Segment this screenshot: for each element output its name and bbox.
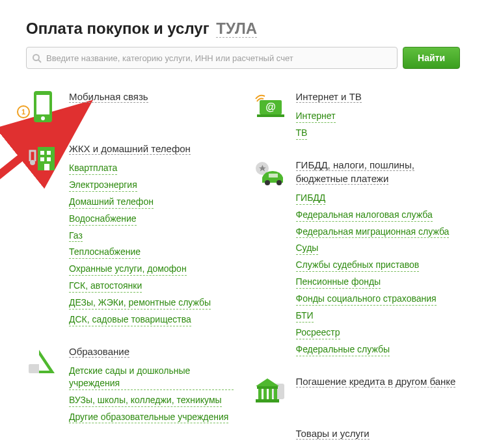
svg-rect-30 (274, 389, 277, 399)
svg-rect-8 (40, 151, 44, 155)
svg-rect-11 (47, 157, 51, 161)
category-title[interactable]: Образование (69, 346, 129, 358)
svg-point-6 (41, 116, 45, 120)
bank-icon (253, 375, 287, 408)
page-title: Оплата покупок и услуг ТУЛА (26, 20, 460, 38)
svg-rect-27 (258, 389, 262, 399)
car-icon (253, 158, 287, 192)
category-credit: Погашение кредита в другом банке (253, 375, 461, 408)
search-input[interactable] (46, 53, 392, 63)
building-icon (26, 142, 60, 176)
svg-line-3 (38, 60, 41, 62)
category-title[interactable]: ГИБДД, налоги, пошлины, бюджетные платеж… (296, 159, 414, 185)
category-link[interactable]: Другие образовательные учреждения (69, 411, 228, 424)
category-link[interactable]: Интернет (296, 110, 336, 123)
category-utilities: ЖКХ и домашний телефон Квартплата Электр… (26, 142, 234, 326)
category-goods: Товары и услуги (253, 427, 461, 448)
cart-icon (253, 427, 287, 448)
svg-rect-12 (44, 164, 49, 170)
category-link[interactable]: ГИБДД (296, 192, 326, 205)
category-link[interactable]: ВУЗы, школы, колледжи, техникумы (69, 394, 222, 407)
category-link[interactable]: ДЕЗы, ЖЭКи, ремонтные службы (69, 296, 211, 310)
category-link[interactable]: Водоснабжение (69, 213, 137, 226)
svg-marker-25 (256, 378, 279, 386)
category-link[interactable]: Федеральная налоговая служба (296, 209, 433, 222)
category-link[interactable]: Пенсионные фонды (296, 276, 381, 289)
svg-text:@: @ (265, 101, 276, 112)
category-title[interactable]: Погашение кредита в другом банке (296, 376, 456, 388)
category-link[interactable]: ГСК, автостоянки (69, 280, 142, 293)
right-column: @ Интернет и ТВ Интернет ТВ (253, 90, 461, 448)
svg-point-13 (30, 160, 35, 165)
svg-rect-10 (40, 157, 44, 161)
category-link[interactable]: ТВ (296, 127, 308, 140)
ruler-icon (26, 345, 60, 378)
category-link[interactable]: Росреестр (296, 326, 340, 339)
step-badge: 1 (17, 105, 30, 118)
category-mobile: 1 Мобильная связь (26, 90, 234, 124)
category-link[interactable]: Охранные услуги, домофон (69, 263, 187, 276)
category-link[interactable]: Федеральные службы (296, 343, 390, 356)
category-link[interactable]: Теплоснабжение (69, 246, 141, 259)
category-title[interactable]: Товары и услуги (296, 428, 370, 440)
category-link[interactable]: Квартплата (69, 162, 117, 175)
category-link[interactable]: Службы судебных приставов (296, 259, 420, 272)
category-title[interactable]: Интернет и ТВ (296, 91, 362, 103)
category-title[interactable]: Мобильная связь (69, 91, 148, 103)
category-link[interactable]: Домашний телефон (69, 196, 154, 209)
phone-icon (26, 90, 60, 124)
category-link[interactable]: Федеральная миграционная служба (296, 226, 450, 239)
category-link[interactable]: Электроэнергия (69, 179, 137, 192)
search-row: Найти (26, 47, 460, 69)
category-link[interactable]: БТИ (296, 310, 314, 323)
svg-rect-28 (263, 389, 267, 399)
category-internet: @ Интернет и ТВ Интернет ТВ (253, 90, 461, 140)
svg-point-22 (277, 180, 282, 185)
svg-rect-5 (36, 95, 49, 114)
internet-icon: @ (253, 90, 287, 124)
search-wrapper (26, 47, 398, 69)
category-taxes: ГИБДД, налоги, пошлины, бюджетные платеж… (253, 158, 461, 356)
svg-rect-18 (257, 114, 284, 117)
svg-rect-9 (47, 151, 51, 155)
category-link[interactable]: Газ (69, 230, 83, 243)
category-title[interactable]: ЖКХ и домашний телефон (69, 143, 191, 155)
svg-rect-23 (269, 174, 278, 178)
category-education: Образование Детские сады и дошкольные уч… (26, 345, 234, 424)
category-link[interactable]: Детские сады и дошкольные учреждения (69, 365, 234, 390)
svg-rect-29 (269, 389, 272, 399)
category-link[interactable]: Фонды социального страхования (296, 293, 437, 306)
category-link[interactable]: ДСК, садовые товарищества (69, 313, 191, 326)
region-selector[interactable]: ТУЛА (216, 20, 257, 38)
svg-point-2 (33, 55, 39, 60)
left-column: 1 Мобильная связь (26, 90, 234, 448)
search-icon (32, 53, 42, 64)
svg-rect-26 (257, 386, 278, 389)
svg-point-21 (265, 180, 270, 185)
svg-rect-31 (256, 399, 279, 402)
search-button[interactable]: Найти (403, 47, 460, 69)
category-link[interactable]: Суды (296, 242, 319, 255)
